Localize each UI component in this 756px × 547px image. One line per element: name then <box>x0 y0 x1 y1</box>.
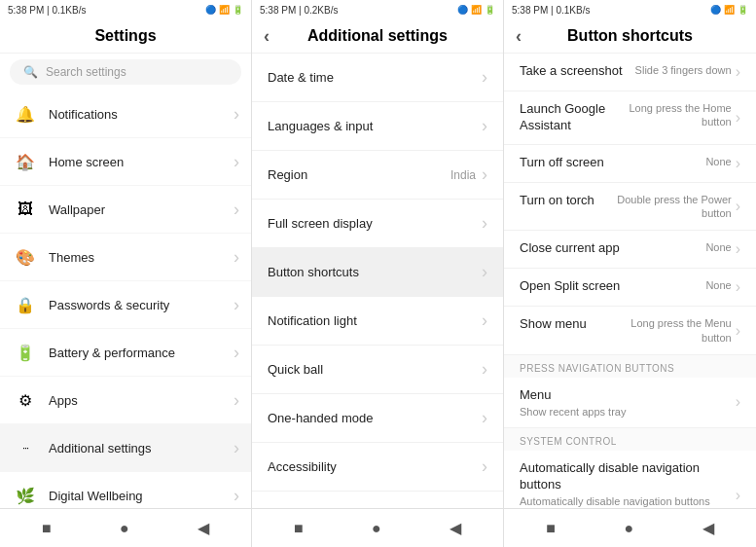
sidebar-item-home-screen[interactable]: 🏠 Home screen <box>0 138 251 186</box>
shortcut-label: Turn on torch <box>520 193 607 209</box>
chevron-icon <box>234 104 239 125</box>
sidebar-item-label: Battery & performance <box>49 346 234 360</box>
shortcut-value: Slide 3 fingers down <box>635 63 732 77</box>
nav-square-3[interactable]: ■ <box>538 518 563 539</box>
back-button-3[interactable]: ‹ <box>516 26 522 47</box>
status-icons-3: 🔵 📶 🔋 <box>710 5 748 15</box>
item-label: Region <box>268 167 450 182</box>
chevron-icon: › <box>736 63 740 81</box>
shortcut-auto-disable-nav[interactable]: Automatically disable navigation buttons… <box>504 451 756 508</box>
item-accessibility[interactable]: Accessibility <box>252 443 503 492</box>
chevron-icon <box>234 247 239 268</box>
sidebar-item-label: Passwords & security <box>49 298 234 312</box>
shortcut-value: None <box>705 155 731 168</box>
shortcut-value: Double press the Power button <box>615 193 732 221</box>
nav-back[interactable]: ◀ <box>190 517 217 539</box>
sidebar-item-label: Home screen <box>49 155 234 169</box>
panel-button-shortcuts: 5:38 PM | 0.1KB/s 🔵 📶 🔋 ‹ Button shortcu… <box>504 0 756 547</box>
item-notification-light[interactable]: Notification light <box>252 297 503 346</box>
item-region[interactable]: Region India <box>252 151 503 200</box>
chevron-icon: › <box>736 240 740 258</box>
section-nav-buttons: PRESS NAVIGATION BUTTONS <box>504 355 756 378</box>
shortcut-value: None <box>705 278 731 292</box>
sidebar-item-digital-wellbeing[interactable]: 🌿 Digital Wellbeing <box>0 472 251 508</box>
sidebar-item-battery-performance[interactable]: 🔋 Battery & performance <box>0 329 251 377</box>
notifications-icon: 🔔 <box>12 100 39 128</box>
panel3-title: Button shortcuts <box>516 27 744 45</box>
item-button-shortcuts[interactable]: Button shortcuts ◀ <box>252 248 503 297</box>
nav-square[interactable]: ■ <box>34 518 59 539</box>
shortcut-open-split-screen[interactable]: Open Split screen None › <box>504 269 756 307</box>
chevron-icon <box>482 262 487 282</box>
digital-wellbeing-icon: 🌿 <box>12 482 39 508</box>
panel2-title: Additional settings <box>264 27 491 45</box>
shortcut-sublabel: Show recent apps tray <box>520 406 732 418</box>
settings-menu-list: 🔔 Notifications 🏠 Home screen 🖼 Wallpape… <box>0 91 251 508</box>
apps-icon: ⚙ <box>12 386 39 414</box>
lock-icon: 🔒 <box>12 291 39 318</box>
item-one-handed-mode[interactable]: One-handed mode <box>252 394 503 443</box>
shortcut-close-current-app[interactable]: Close current app None › <box>504 231 756 269</box>
item-date-time[interactable]: Date & time <box>252 54 503 102</box>
home-icon: 🏠 <box>12 148 39 175</box>
item-label: Button shortcuts <box>268 265 482 279</box>
chevron-icon <box>482 456 487 477</box>
shortcut-label: Turn off screen <box>520 155 698 171</box>
nav-circle[interactable]: ● <box>112 518 137 539</box>
shortcut-turn-on-torch[interactable]: Turn on torch Double press the Power but… <box>504 183 756 232</box>
back-button-2[interactable]: ‹ <box>264 26 270 47</box>
chevron-icon <box>482 310 487 331</box>
shortcut-menu[interactable]: Menu Show recent apps tray › <box>504 378 756 428</box>
chevron-icon <box>482 505 487 508</box>
chevron-icon <box>482 408 487 428</box>
nav-back-3[interactable]: ◀ <box>695 517 722 539</box>
shortcut-value: Long press the Menu button <box>615 316 732 345</box>
panel-settings: 5:38 PM | 0.1KB/s 🔵 📶 🔋 Settings 🔍 Searc… <box>0 0 252 547</box>
shortcut-google-assistant[interactable]: Launch Google Assistant Long press the H… <box>504 91 756 145</box>
search-icon: 🔍 <box>23 65 38 79</box>
shortcut-label: Show menu <box>520 316 607 333</box>
shortcut-take-screenshot[interactable]: Take a screenshot Slide 3 fingers down › <box>504 54 756 91</box>
item-value: India <box>450 168 476 182</box>
additional-settings-list: Date & time Languages & input Region Ind… <box>252 54 503 508</box>
item-quick-ball[interactable]: Quick ball <box>252 346 503 394</box>
shortcut-turn-off-screen[interactable]: Turn off screen None › <box>504 145 756 183</box>
themes-icon: 🎨 <box>12 243 39 271</box>
item-label: One-handed mode <box>268 411 482 425</box>
status-bar-2: 5:38 PM | 0.2KB/s 🔵 📶 🔋 <box>252 0 503 19</box>
panel-additional-settings: 5:38 PM | 0.2KB/s 🔵 📶 🔋 ‹ Additional set… <box>252 0 504 547</box>
shortcut-show-menu[interactable]: Show menu Long press the Menu button › <box>504 307 756 355</box>
panel2-header: ‹ Additional settings <box>252 19 503 54</box>
chevron-icon <box>234 343 239 363</box>
nav-square-2[interactable]: ■ <box>286 518 311 539</box>
item-full-screen-display[interactable]: Full screen display <box>252 200 503 248</box>
sidebar-item-apps[interactable]: ⚙ Apps <box>0 377 251 424</box>
status-bar-3: 5:38 PM | 0.1KB/s 🔵 📶 🔋 <box>504 0 756 19</box>
sidebar-item-passwords-security[interactable]: 🔒 Passwords & security <box>0 281 251 329</box>
item-label: Languages & input <box>268 119 482 133</box>
nav-bar-2: ■ ● ◀ <box>252 508 503 547</box>
battery-icon: 🔋 <box>12 339 39 366</box>
sidebar-item-label: Apps <box>49 393 234 408</box>
item-enterprise-mode[interactable]: Enterprise mode <box>252 492 503 508</box>
item-label: Full screen display <box>268 216 482 231</box>
sidebar-item-label: Digital Wellbeing <box>49 489 234 503</box>
time-2: 5:38 PM | 0.2KB/s <box>260 5 338 16</box>
sidebar-item-wallpaper[interactable]: 🖼 Wallpaper <box>0 186 251 234</box>
nav-circle-2[interactable]: ● <box>364 518 389 539</box>
chevron-icon <box>234 295 239 315</box>
panel1-title: Settings <box>0 19 251 54</box>
search-bar[interactable]: 🔍 Search settings <box>10 59 241 85</box>
chevron-icon <box>482 116 487 136</box>
shortcut-label: Open Split screen <box>520 278 698 295</box>
chevron-icon: › <box>736 198 740 215</box>
sidebar-item-notifications[interactable]: 🔔 Notifications <box>0 91 251 138</box>
nav-back-2[interactable]: ◀ <box>442 517 469 539</box>
chevron-icon <box>234 200 239 220</box>
item-languages-input[interactable]: Languages & input <box>252 102 503 151</box>
shortcut-label: Menu <box>520 387 732 404</box>
sidebar-item-themes[interactable]: 🎨 Themes <box>0 234 251 281</box>
nav-circle-3[interactable]: ● <box>616 518 641 539</box>
sidebar-item-label: Themes <box>49 250 234 265</box>
sidebar-item-additional-settings[interactable]: ··· Additional settings ◀ <box>0 424 251 472</box>
